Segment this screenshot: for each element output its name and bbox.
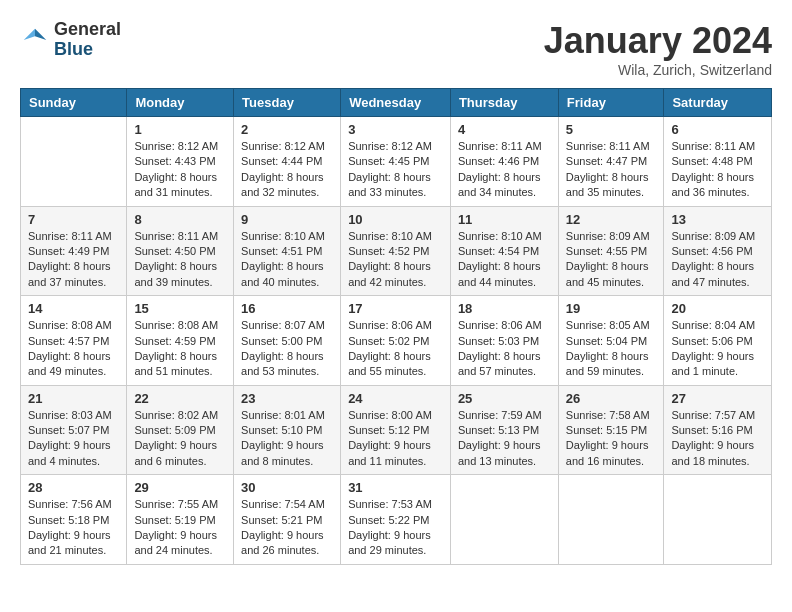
calendar-weekday-wednesday: Wednesday (341, 89, 451, 117)
day-info: Sunrise: 8:12 AMSunset: 4:45 PMDaylight:… (348, 139, 443, 201)
day-number: 28 (28, 480, 119, 495)
day-number: 22 (134, 391, 226, 406)
day-info: Sunrise: 8:04 AMSunset: 5:06 PMDaylight:… (671, 318, 764, 380)
calendar-weekday-sunday: Sunday (21, 89, 127, 117)
day-info: Sunrise: 8:02 AMSunset: 5:09 PMDaylight:… (134, 408, 226, 470)
calendar-cell: 18 Sunrise: 8:06 AMSunset: 5:03 PMDaylig… (450, 296, 558, 386)
calendar-cell: 16 Sunrise: 8:07 AMSunset: 5:00 PMDaylig… (234, 296, 341, 386)
day-number: 2 (241, 122, 333, 137)
day-number: 8 (134, 212, 226, 227)
calendar-cell: 10 Sunrise: 8:10 AMSunset: 4:52 PMDaylig… (341, 206, 451, 296)
calendar-cell (664, 475, 772, 565)
day-number: 6 (671, 122, 764, 137)
day-number: 26 (566, 391, 657, 406)
calendar-cell: 26 Sunrise: 7:58 AMSunset: 5:15 PMDaylig… (558, 385, 664, 475)
day-info: Sunrise: 8:11 AMSunset: 4:49 PMDaylight:… (28, 229, 119, 291)
day-number: 1 (134, 122, 226, 137)
calendar-cell: 27 Sunrise: 7:57 AMSunset: 5:16 PMDaylig… (664, 385, 772, 475)
day-number: 23 (241, 391, 333, 406)
day-info: Sunrise: 8:08 AMSunset: 4:57 PMDaylight:… (28, 318, 119, 380)
day-info: Sunrise: 8:06 AMSunset: 5:02 PMDaylight:… (348, 318, 443, 380)
calendar-cell: 15 Sunrise: 8:08 AMSunset: 4:59 PMDaylig… (127, 296, 234, 386)
calendar-cell: 21 Sunrise: 8:03 AMSunset: 5:07 PMDaylig… (21, 385, 127, 475)
calendar-cell: 29 Sunrise: 7:55 AMSunset: 5:19 PMDaylig… (127, 475, 234, 565)
calendar-cell (450, 475, 558, 565)
calendar-cell: 7 Sunrise: 8:11 AMSunset: 4:49 PMDayligh… (21, 206, 127, 296)
calendar-weekday-monday: Monday (127, 89, 234, 117)
calendar-cell: 31 Sunrise: 7:53 AMSunset: 5:22 PMDaylig… (341, 475, 451, 565)
location: Wila, Zurich, Switzerland (544, 62, 772, 78)
calendar-cell: 1 Sunrise: 8:12 AMSunset: 4:43 PMDayligh… (127, 117, 234, 207)
day-info: Sunrise: 8:11 AMSunset: 4:48 PMDaylight:… (671, 139, 764, 201)
page-header: General Blue January 2024 Wila, Zurich, … (20, 20, 772, 78)
calendar-week-row: 28 Sunrise: 7:56 AMSunset: 5:18 PMDaylig… (21, 475, 772, 565)
day-info: Sunrise: 7:58 AMSunset: 5:15 PMDaylight:… (566, 408, 657, 470)
calendar-cell: 24 Sunrise: 8:00 AMSunset: 5:12 PMDaylig… (341, 385, 451, 475)
day-number: 21 (28, 391, 119, 406)
day-info: Sunrise: 8:10 AMSunset: 4:54 PMDaylight:… (458, 229, 551, 291)
calendar-cell: 11 Sunrise: 8:10 AMSunset: 4:54 PMDaylig… (450, 206, 558, 296)
logo: General Blue (20, 20, 121, 60)
calendar-cell: 2 Sunrise: 8:12 AMSunset: 4:44 PMDayligh… (234, 117, 341, 207)
calendar-cell: 30 Sunrise: 7:54 AMSunset: 5:21 PMDaylig… (234, 475, 341, 565)
calendar-cell: 6 Sunrise: 8:11 AMSunset: 4:48 PMDayligh… (664, 117, 772, 207)
calendar-cell: 9 Sunrise: 8:10 AMSunset: 4:51 PMDayligh… (234, 206, 341, 296)
calendar-header-row: SundayMondayTuesdayWednesdayThursdayFrid… (21, 89, 772, 117)
day-info: Sunrise: 8:11 AMSunset: 4:47 PMDaylight:… (566, 139, 657, 201)
day-number: 14 (28, 301, 119, 316)
day-info: Sunrise: 8:08 AMSunset: 4:59 PMDaylight:… (134, 318, 226, 380)
calendar-cell: 8 Sunrise: 8:11 AMSunset: 4:50 PMDayligh… (127, 206, 234, 296)
day-info: Sunrise: 8:10 AMSunset: 4:51 PMDaylight:… (241, 229, 333, 291)
day-number: 27 (671, 391, 764, 406)
day-info: Sunrise: 8:09 AMSunset: 4:56 PMDaylight:… (671, 229, 764, 291)
calendar-week-row: 21 Sunrise: 8:03 AMSunset: 5:07 PMDaylig… (21, 385, 772, 475)
day-number: 12 (566, 212, 657, 227)
logo-icon (20, 25, 50, 55)
calendar-cell: 25 Sunrise: 7:59 AMSunset: 5:13 PMDaylig… (450, 385, 558, 475)
day-info: Sunrise: 7:54 AMSunset: 5:21 PMDaylight:… (241, 497, 333, 559)
day-number: 25 (458, 391, 551, 406)
calendar-cell: 28 Sunrise: 7:56 AMSunset: 5:18 PMDaylig… (21, 475, 127, 565)
day-number: 15 (134, 301, 226, 316)
day-number: 10 (348, 212, 443, 227)
calendar-week-row: 14 Sunrise: 8:08 AMSunset: 4:57 PMDaylig… (21, 296, 772, 386)
day-info: Sunrise: 8:11 AMSunset: 4:46 PMDaylight:… (458, 139, 551, 201)
day-number: 13 (671, 212, 764, 227)
day-number: 16 (241, 301, 333, 316)
day-number: 29 (134, 480, 226, 495)
calendar-cell: 13 Sunrise: 8:09 AMSunset: 4:56 PMDaylig… (664, 206, 772, 296)
calendar-cell: 4 Sunrise: 8:11 AMSunset: 4:46 PMDayligh… (450, 117, 558, 207)
calendar-cell: 22 Sunrise: 8:02 AMSunset: 5:09 PMDaylig… (127, 385, 234, 475)
day-info: Sunrise: 8:09 AMSunset: 4:55 PMDaylight:… (566, 229, 657, 291)
calendar-week-row: 7 Sunrise: 8:11 AMSunset: 4:49 PMDayligh… (21, 206, 772, 296)
day-info: Sunrise: 8:05 AMSunset: 5:04 PMDaylight:… (566, 318, 657, 380)
day-info: Sunrise: 7:53 AMSunset: 5:22 PMDaylight:… (348, 497, 443, 559)
day-number: 11 (458, 212, 551, 227)
day-number: 7 (28, 212, 119, 227)
day-number: 4 (458, 122, 551, 137)
calendar-table: SundayMondayTuesdayWednesdayThursdayFrid… (20, 88, 772, 565)
day-info: Sunrise: 8:06 AMSunset: 5:03 PMDaylight:… (458, 318, 551, 380)
logo-text: General Blue (54, 20, 121, 60)
calendar-cell: 20 Sunrise: 8:04 AMSunset: 5:06 PMDaylig… (664, 296, 772, 386)
calendar-weekday-tuesday: Tuesday (234, 89, 341, 117)
day-info: Sunrise: 8:07 AMSunset: 5:00 PMDaylight:… (241, 318, 333, 380)
calendar-cell: 3 Sunrise: 8:12 AMSunset: 4:45 PMDayligh… (341, 117, 451, 207)
calendar-cell: 17 Sunrise: 8:06 AMSunset: 5:02 PMDaylig… (341, 296, 451, 386)
calendar-cell: 14 Sunrise: 8:08 AMSunset: 4:57 PMDaylig… (21, 296, 127, 386)
day-number: 24 (348, 391, 443, 406)
logo-blue: Blue (54, 40, 121, 60)
day-info: Sunrise: 7:57 AMSunset: 5:16 PMDaylight:… (671, 408, 764, 470)
day-number: 19 (566, 301, 657, 316)
day-info: Sunrise: 7:55 AMSunset: 5:19 PMDaylight:… (134, 497, 226, 559)
day-info: Sunrise: 8:12 AMSunset: 4:43 PMDaylight:… (134, 139, 226, 201)
calendar-cell: 12 Sunrise: 8:09 AMSunset: 4:55 PMDaylig… (558, 206, 664, 296)
month-title: January 2024 (544, 20, 772, 62)
calendar-week-row: 1 Sunrise: 8:12 AMSunset: 4:43 PMDayligh… (21, 117, 772, 207)
calendar-weekday-saturday: Saturday (664, 89, 772, 117)
calendar-cell: 5 Sunrise: 8:11 AMSunset: 4:47 PMDayligh… (558, 117, 664, 207)
day-info: Sunrise: 7:59 AMSunset: 5:13 PMDaylight:… (458, 408, 551, 470)
day-number: 30 (241, 480, 333, 495)
day-number: 5 (566, 122, 657, 137)
title-area: January 2024 Wila, Zurich, Switzerland (544, 20, 772, 78)
